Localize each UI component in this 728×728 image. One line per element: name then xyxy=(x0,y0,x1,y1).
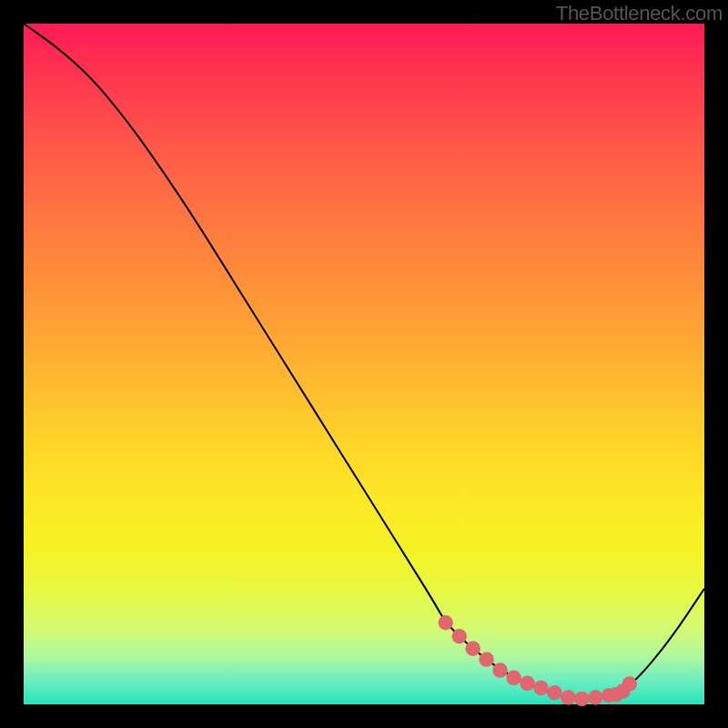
plot-area xyxy=(24,24,704,704)
highlight-dot xyxy=(451,629,466,643)
watermark-text: TheBottleneck.com xyxy=(556,2,723,25)
highlight-dot xyxy=(533,681,548,695)
highlight-dot xyxy=(622,676,636,691)
highlight-dot xyxy=(479,652,493,666)
chart-frame: TheBottleneck.com xyxy=(0,0,728,728)
highlight-dot xyxy=(439,615,453,630)
highlight-dot xyxy=(588,690,602,704)
highlight-dot xyxy=(520,676,534,691)
highlight-dot xyxy=(506,671,521,685)
bottleneck-curve xyxy=(24,24,704,698)
highlight-dot xyxy=(561,690,575,704)
highlight-dot xyxy=(547,685,561,700)
highlight-dot xyxy=(465,641,480,655)
chart-svg xyxy=(24,24,704,704)
highlight-dot xyxy=(574,692,589,706)
highlight-dot xyxy=(492,662,507,677)
highlight-dots xyxy=(439,615,637,706)
